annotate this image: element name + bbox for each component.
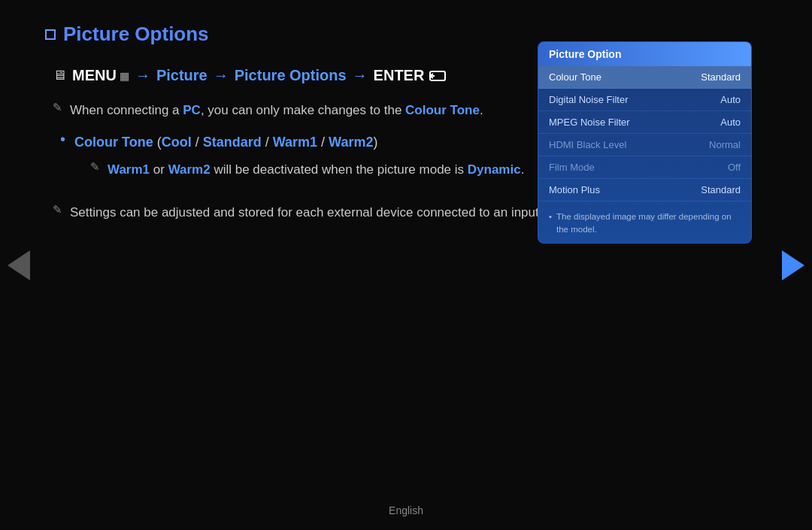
menu-picture: Picture — [156, 67, 208, 84]
panel-value-motion-plus: Standard — [701, 184, 741, 195]
panel-bullet-dot: • — [549, 210, 552, 237]
bullet-colour-tone-label: Colour Tone — [74, 135, 153, 150]
panel-label-film-mode: Film Mode — [549, 162, 595, 173]
title-square-icon — [45, 29, 56, 40]
standard-label: Standard — [203, 135, 262, 150]
panel-label-motion-plus: Motion Plus — [549, 184, 600, 195]
cool-label: Cool — [162, 135, 192, 150]
menu-icon: 🖥 — [53, 68, 66, 83]
panel-value-mpeg-noise: Auto — [720, 117, 741, 128]
sub-note-warm-text: Warm1 or Warm2 will be deactivated when … — [108, 160, 524, 180]
enter-icon — [429, 68, 448, 83]
nav-arrow-left[interactable] — [8, 250, 30, 280]
bullet-colour-tone-text: Colour Tone (Cool / Standard / Warm1 / W… — [74, 132, 377, 153]
panel-note-text: The displayed image may differ depending… — [556, 210, 741, 237]
panel-row-colour-tone[interactable]: Colour Tone Standard — [538, 66, 751, 89]
menu-label: MENU — [72, 67, 117, 84]
enter-label: ENTER — [374, 67, 425, 84]
note-settings-text: Settings can be adjusted and stored for … — [70, 203, 600, 223]
menu-grid-icon: ▦ — [120, 70, 129, 82]
warm2-sub: Warm2 — [168, 162, 211, 177]
panel-note: • The displayed image may differ dependi… — [538, 201, 751, 243]
nav-arrow-right[interactable] — [782, 250, 804, 280]
panel-row-digital-noise[interactable]: Digital Noise Filter Auto — [538, 89, 751, 111]
panel-note-bullet: • The displayed image may differ dependi… — [549, 210, 741, 237]
picture-option-panel: Picture Option Colour Tone Standard Digi… — [538, 41, 752, 244]
warm1-label: Warm1 — [273, 135, 317, 150]
panel-value-film-mode: Off — [728, 162, 741, 173]
panel-title: Picture Option — [538, 42, 751, 66]
panel-value-digital-noise: Auto — [720, 94, 741, 105]
panel-row-film-mode[interactable]: Film Mode Off — [538, 156, 751, 179]
pencil-icon-1: ✎ — [53, 101, 62, 114]
dynamic-label: Dynamic — [468, 162, 521, 177]
highlight-pc: PC — [183, 103, 201, 117]
note-pc-text: When connecting a PC, you can only make … — [70, 101, 483, 120]
panel-label-digital-noise: Digital Noise Filter — [549, 94, 628, 105]
menu-picture-options: Picture Options — [235, 67, 347, 84]
warm2-label: Warm2 — [329, 135, 373, 150]
warm1-sub: Warm1 — [108, 162, 150, 177]
panel-label-colour-tone: Colour Tone — [549, 71, 601, 83]
arrow1: → — [135, 67, 150, 84]
bullet-dot: • — [60, 131, 65, 148]
page-container: Picture Options 🖥 MENU ▦ → Picture → Pic… — [0, 0, 812, 530]
page-title: Picture Options — [63, 23, 209, 46]
panel-value-colour-tone: Standard — [701, 71, 741, 83]
panel-row-motion-plus[interactable]: Motion Plus Standard — [538, 179, 751, 201]
bottom-language: English — [389, 504, 423, 516]
highlight-colour-tone: Colour Tone — [405, 103, 480, 117]
arrow2: → — [214, 67, 229, 84]
panel-row-hdmi-black[interactable]: HDMI Black Level Normal — [538, 134, 751, 156]
panel-row-mpeg-noise[interactable]: MPEG Noise Filter Auto — [538, 111, 751, 134]
pencil-icon-2: ✎ — [90, 160, 100, 174]
panel-label-mpeg-noise: MPEG Noise Filter — [549, 117, 630, 128]
panel-label-hdmi-black: HDMI Black Level — [549, 139, 626, 150]
pencil-icon-3: ✎ — [53, 203, 62, 217]
arrow3: → — [353, 67, 368, 84]
panel-value-hdmi-black: Normal — [709, 139, 741, 150]
